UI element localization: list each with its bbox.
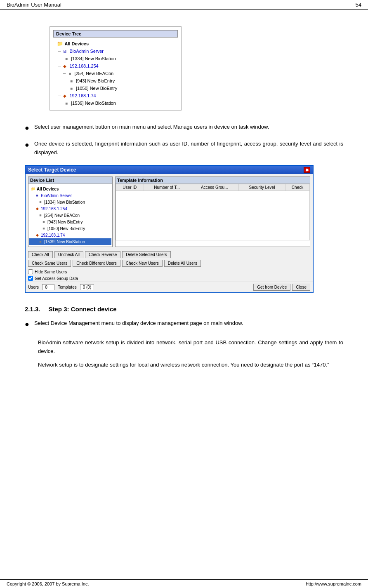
expand-icon: ─: [58, 64, 61, 68]
tree-label: [1539] New BioStation: [71, 101, 116, 106]
expand-icon: ─: [58, 94, 61, 98]
step3-para-2: Network setup is to designate settings f…: [38, 361, 343, 369]
tree-label: [1050] New BioEntry: [76, 86, 117, 91]
users-value: 0: [42, 284, 54, 290]
uncheck-all-button[interactable]: Uncheck All: [54, 251, 83, 258]
server-icon: ■: [34, 193, 40, 198]
dl-label: All Devices: [37, 187, 59, 191]
router-icon: ◆: [34, 232, 40, 238]
tree-label: [943] New BioEntry: [76, 78, 115, 83]
check-same-users-button[interactable]: Check Same Users: [28, 260, 71, 267]
tree-item-bioadminserver: ─ 🖥 BioAdmin Server: [53, 47, 178, 55]
router-icon: ◆: [61, 63, 68, 69]
checkbox-row2: Get Access Group Data: [26, 275, 313, 282]
col-accessgroup: Access Grou...: [190, 184, 239, 191]
delete-selected-users-button[interactable]: Delete Selected Users: [122, 251, 171, 258]
dialog-footer: Users 0 Templates 0 (0) Get from Device …: [26, 282, 313, 292]
dialog-buttons-row1: Check All Uncheck All Check Reverse Dele…: [26, 249, 313, 259]
dialog-close-button[interactable]: ✖: [304, 167, 310, 173]
router-icon: ◆: [61, 92, 68, 99]
get-from-device-button[interactable]: Get from Device: [253, 284, 290, 291]
device-icon: ■: [38, 212, 43, 218]
device-icon: ■: [38, 239, 43, 245]
device-list-content: 📁 All Devices ■ BioAdmin Server ■ [1334]…: [28, 184, 112, 247]
section-heading: 2.1.3. Step 3: Connect device: [25, 306, 343, 313]
select-target-device-dialog: Select Target Device ✖ Device List 📁 All…: [25, 165, 314, 293]
tree-item-bioentry943: ■ [943] New BioEntry: [53, 77, 178, 85]
header-title: BioAdmin User Manual: [7, 2, 61, 8]
get-access-group-label: Get Access Group Data: [35, 276, 78, 281]
tree-item-biostation1539: ■ [1539] New BioStation: [53, 99, 178, 107]
dl-label: [943] New BioEntry: [47, 220, 83, 224]
step3-bullet-text-1: Select Device Management menu to display…: [34, 319, 243, 328]
tree-item-biostation1334: ■ [1334] New BioStation: [53, 55, 178, 62]
bullet-item-2: ● Once device is selected, fingerprint i…: [25, 140, 343, 157]
dl-item-943[interactable]: ■ [943] New BioEntry: [29, 219, 111, 225]
device-icon: ■: [66, 70, 73, 77]
dl-label: 192.168.1.74: [41, 233, 65, 238]
dl-item-ip254[interactable]: ◆ 192.168.1.254: [29, 205, 111, 212]
dl-item-1539[interactable]: ■ [1539] New BioStation: [29, 238, 111, 245]
dl-item-254beacon[interactable]: ■ [254] New BEACon: [29, 212, 111, 219]
device-list-header: Device List: [28, 177, 112, 184]
close-button[interactable]: Close: [292, 284, 310, 291]
device-icon: ■: [38, 199, 43, 205]
tree-label: [1334] New BioStation: [71, 56, 116, 61]
tree-label: 192.168.1.74: [69, 93, 96, 98]
tree-label: All Devices: [64, 41, 89, 46]
step3-bullet-item-1: ● Select Device Management menu to displ…: [25, 319, 343, 330]
col-numtemplates: Number of T...: [144, 184, 190, 191]
template-table: User ID Number of T... Access Grou... Se…: [116, 184, 310, 240]
header-page-number: 54: [356, 2, 361, 8]
dialog-body: Device List 📁 All Devices ■ BioAdmin Ser…: [26, 174, 313, 249]
router-icon: ◆: [34, 206, 40, 212]
dl-item-ip74[interactable]: ◆ 192.168.1.74: [29, 232, 111, 238]
device-icon: ■: [68, 78, 75, 84]
device-tree-title: Device Tree: [53, 30, 178, 38]
bullet-dot: ●: [25, 122, 29, 134]
dl-label: [254] New BEACon: [44, 213, 80, 218]
device-icon: ■: [41, 226, 47, 231]
dl-item-1050[interactable]: ■ [1050] New BioEntry: [29, 225, 111, 232]
dialog-footer-left: Users 0 Templates 0 (0): [28, 284, 94, 290]
section-title: Step 3: Connect device: [49, 306, 117, 313]
footer-bar: Copyright © 2006, 2007 by Suprema Inc. h…: [0, 579, 368, 588]
templates-value: 0 (0): [80, 284, 94, 290]
hide-same-users-checkbox[interactable]: [28, 269, 33, 274]
tree-item-ip2: ─ ◆ 192.168.1.74: [53, 92, 178, 99]
step3-para-1: BioAdmin software network setup is divid…: [38, 339, 343, 356]
dialog-title: Select Target Device: [28, 167, 76, 173]
dl-label: [1539] New BioStation: [44, 240, 85, 244]
check-different-users-button[interactable]: Check Different Users: [73, 260, 120, 267]
footer-copyright: Copyright © 2006, 2007 by Suprema Inc.: [7, 581, 89, 586]
dialog-buttons-row2: Check Same Users Check Different Users C…: [26, 259, 313, 268]
bullet-text-1: Select user management button on main me…: [34, 123, 269, 132]
users-label: Users: [28, 285, 39, 289]
server-icon: 🖥: [61, 48, 68, 54]
delete-all-users-button[interactable]: Delete All Users: [164, 260, 201, 267]
tree-item-bioentry1050: ■ [1050] New BioEntry: [53, 85, 178, 92]
device-icon: ■: [63, 100, 70, 106]
dl-label: 192.168.1.254: [41, 207, 67, 211]
col-securitylevel: Security Level: [238, 184, 285, 191]
device-list-panel: Device List 📁 All Devices ■ BioAdmin Ser…: [28, 176, 113, 247]
bullet-list: ● Select user management button on main …: [25, 123, 343, 157]
templates-label: Templates: [58, 285, 77, 289]
col-check: Check: [285, 184, 310, 191]
bullet-item-1: ● Select user management button on main …: [25, 123, 343, 134]
check-all-button[interactable]: Check All: [28, 251, 53, 258]
check-reverse-button[interactable]: Check Reverse: [85, 251, 120, 258]
dl-item-1334[interactable]: ■ [1334] New BioStation: [29, 199, 111, 205]
check-new-users-button[interactable]: Check New Users: [122, 260, 163, 267]
dl-item-alldevices[interactable]: 📁 All Devices: [29, 186, 111, 192]
get-access-group-checkbox[interactable]: [28, 276, 33, 281]
device-icon: ■: [63, 55, 70, 62]
table-empty-row: [116, 191, 310, 240]
bullet-text-2: Once device is selected, fingerprint inf…: [34, 140, 343, 157]
dialog-footer-right: Get from Device Close: [253, 284, 310, 291]
tree-item-ip1: ─ ◆ 192.168.1.254: [53, 62, 178, 70]
dl-item-bioadminserver[interactable]: ■ BioAdmin Server: [29, 192, 111, 199]
hide-same-users-label: Hide Same Users: [35, 270, 67, 274]
bullet-dot: ●: [25, 139, 29, 151]
folder-icon: 📁: [57, 40, 63, 47]
